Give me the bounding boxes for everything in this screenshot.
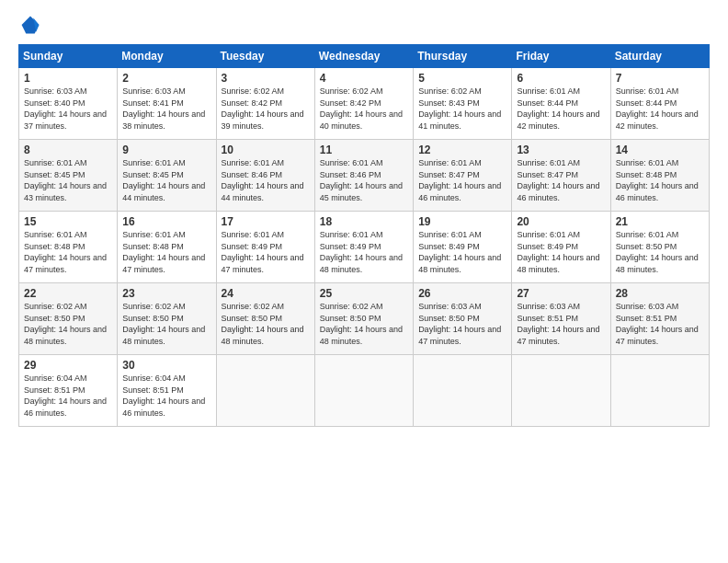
day-content: Sunrise: 6:02 AM Sunset: 8:50 PM Dayligh… [222,301,310,347]
daylight-label: Daylight: 14 hours and 39 minutes. [222,109,304,131]
sunrise-label: Sunrise: 6:01 AM [24,230,87,239]
day-number: 30 [122,359,210,372]
sunrise-label: Sunrise: 6:02 AM [320,302,383,311]
calendar-cell: 24 Sunrise: 6:02 AM Sunset: 8:50 PM Dayl… [216,283,314,355]
calendar-cell: 15 Sunrise: 6:01 AM Sunset: 8:48 PM Dayl… [19,212,118,283]
day-content: Sunrise: 6:01 AM Sunset: 8:45 PM Dayligh… [122,157,210,203]
calendar-cell: 21 Sunrise: 6:01 AM Sunset: 8:50 PM Dayl… [610,212,709,283]
sunset-label: Sunset: 8:51 PM [616,314,677,323]
sunrise-label: Sunrise: 6:02 AM [24,302,87,311]
sunset-label: Sunset: 8:43 PM [418,98,480,108]
sunrise-label: Sunrise: 6:03 AM [24,86,87,96]
day-number: 17 [222,215,310,228]
calendar-cell: 26 Sunrise: 6:03 AM Sunset: 8:50 PM Dayl… [414,283,512,355]
day-number: 25 [320,287,408,300]
sunset-label: Sunset: 8:49 PM [320,242,381,251]
sunrise-label: Sunrise: 6:01 AM [222,230,285,239]
daylight-label: Daylight: 14 hours and 38 minutes. [122,109,205,131]
calendar-week-row: 22 Sunrise: 6:02 AM Sunset: 8:50 PM Dayl… [19,283,710,355]
calendar-cell: 13 Sunrise: 6:01 AM Sunset: 8:47 PM Dayl… [512,140,610,212]
calendar-cell [610,355,709,427]
calendar-cell: 6 Sunrise: 6:01 AM Sunset: 8:44 PM Dayli… [512,68,610,140]
calendar-cell [216,355,314,427]
day-number: 18 [320,215,408,228]
day-number: 21 [616,215,704,228]
calendar-day-header: Sunday [19,45,118,68]
daylight-label: Daylight: 14 hours and 44 minutes. [222,181,304,202]
day-content: Sunrise: 6:02 AM Sunset: 8:42 PM Dayligh… [320,86,408,132]
day-number: 23 [122,287,210,300]
day-content: Sunrise: 6:01 AM Sunset: 8:44 PM Dayligh… [517,86,605,132]
sunrise-label: Sunrise: 6:01 AM [418,158,482,167]
sunset-label: Sunset: 8:49 PM [517,242,578,251]
sunset-label: Sunset: 8:48 PM [616,170,677,179]
day-number: 15 [24,215,112,228]
calendar-cell: 2 Sunrise: 6:03 AM Sunset: 8:41 PM Dayli… [118,68,216,140]
sunset-label: Sunset: 8:42 PM [320,98,381,108]
day-content: Sunrise: 6:01 AM Sunset: 8:47 PM Dayligh… [418,157,506,203]
daylight-label: Daylight: 14 hours and 47 minutes. [418,325,501,346]
sunset-label: Sunset: 8:49 PM [222,242,283,251]
sunrise-label: Sunrise: 6:03 AM [616,302,679,311]
day-number: 26 [418,287,506,300]
sunrise-label: Sunrise: 6:02 AM [122,302,186,311]
day-content: Sunrise: 6:01 AM Sunset: 8:48 PM Dayligh… [616,157,704,203]
sunset-label: Sunset: 8:51 PM [24,385,85,395]
calendar-cell: 18 Sunrise: 6:01 AM Sunset: 8:49 PM Dayl… [314,212,413,283]
day-content: Sunrise: 6:01 AM Sunset: 8:49 PM Dayligh… [222,229,310,275]
sunset-label: Sunset: 8:48 PM [24,242,85,251]
calendar-page: SundayMondayTuesdayWednesdayThursdayFrid… [0,0,728,563]
day-content: Sunrise: 6:01 AM Sunset: 8:46 PM Dayligh… [222,157,310,203]
sunset-label: Sunset: 8:45 PM [122,170,184,179]
day-content: Sunrise: 6:01 AM Sunset: 8:49 PM Dayligh… [517,229,605,275]
day-number: 16 [122,215,210,228]
calendar-cell: 7 Sunrise: 6:01 AM Sunset: 8:44 PM Dayli… [610,68,709,140]
day-content: Sunrise: 6:01 AM Sunset: 8:44 PM Dayligh… [616,86,704,132]
day-content: Sunrise: 6:01 AM Sunset: 8:49 PM Dayligh… [418,229,506,275]
calendar-cell: 23 Sunrise: 6:02 AM Sunset: 8:50 PM Dayl… [118,283,216,355]
sunrise-label: Sunrise: 6:01 AM [517,86,580,96]
sunrise-label: Sunrise: 6:01 AM [320,230,383,239]
day-number: 27 [517,287,605,300]
calendar-day-header: Friday [512,45,610,68]
daylight-label: Daylight: 14 hours and 48 minutes. [222,325,304,346]
sunrise-label: Sunrise: 6:02 AM [418,86,482,96]
daylight-label: Daylight: 14 hours and 47 minutes. [616,325,699,346]
calendar-cell: 10 Sunrise: 6:01 AM Sunset: 8:46 PM Dayl… [216,140,314,212]
sunrise-label: Sunrise: 6:01 AM [616,158,679,167]
sunset-label: Sunset: 8:48 PM [122,242,184,251]
calendar-cell: 30 Sunrise: 6:04 AM Sunset: 8:51 PM Dayl… [118,355,216,427]
sunrise-label: Sunrise: 6:04 AM [24,373,87,383]
sunrise-label: Sunrise: 6:03 AM [418,302,482,311]
daylight-label: Daylight: 14 hours and 48 minutes. [24,325,107,346]
daylight-label: Daylight: 14 hours and 42 minutes. [616,109,699,131]
day-number: 13 [517,144,605,156]
sunrise-label: Sunrise: 6:01 AM [517,230,580,239]
daylight-label: Daylight: 14 hours and 48 minutes. [418,253,501,274]
sunrise-label: Sunrise: 6:01 AM [24,158,87,167]
daylight-label: Daylight: 14 hours and 47 minutes. [24,253,107,274]
day-content: Sunrise: 6:04 AM Sunset: 8:51 PM Dayligh… [122,373,210,419]
sunset-label: Sunset: 8:50 PM [320,314,381,323]
sunset-label: Sunset: 8:41 PM [122,98,184,108]
daylight-label: Daylight: 14 hours and 46 minutes. [24,396,107,418]
day-number: 10 [222,144,310,156]
header [18,15,710,35]
day-number: 1 [24,72,112,85]
sunset-label: Sunset: 8:44 PM [616,98,677,108]
day-number: 19 [418,215,506,228]
calendar-cell: 25 Sunrise: 6:02 AM Sunset: 8:50 PM Dayl… [314,283,413,355]
day-content: Sunrise: 6:03 AM Sunset: 8:51 PM Dayligh… [517,301,605,347]
sunset-label: Sunset: 8:50 PM [418,314,480,323]
daylight-label: Daylight: 14 hours and 47 minutes. [222,253,304,274]
sunset-label: Sunset: 8:49 PM [418,242,480,251]
calendar-cell [314,355,413,427]
day-content: Sunrise: 6:02 AM Sunset: 8:50 PM Dayligh… [24,301,112,347]
calendar-cell: 16 Sunrise: 6:01 AM Sunset: 8:48 PM Dayl… [118,212,216,283]
sunset-label: Sunset: 8:50 PM [222,314,283,323]
sunrise-label: Sunrise: 6:01 AM [320,158,383,167]
calendar-table: SundayMondayTuesdayWednesdayThursdayFrid… [18,44,710,427]
calendar-cell: 29 Sunrise: 6:04 AM Sunset: 8:51 PM Dayl… [19,355,118,427]
sunset-label: Sunset: 8:47 PM [517,170,578,179]
calendar-week-row: 29 Sunrise: 6:04 AM Sunset: 8:51 PM Dayl… [19,355,710,427]
